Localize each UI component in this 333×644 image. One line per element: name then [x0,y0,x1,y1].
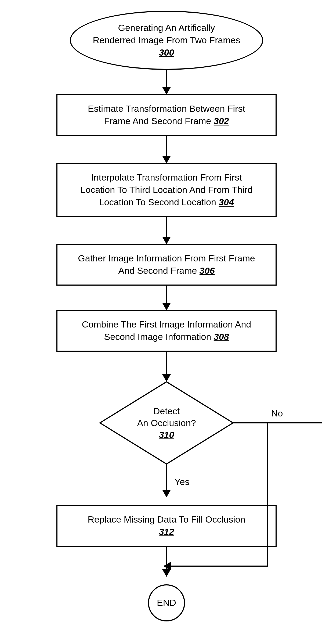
edge-310-no-label: No [271,408,283,419]
process-312-ref: 312 [66,526,267,538]
process-306-ref: 306 [200,265,215,276]
edge-310-no-horizontal [233,422,322,423]
process-308-line2: Second Image Information 308 [66,331,267,343]
process-306-line2-text: And Second Frame [118,265,199,276]
process-304-line3: Location To Second Location 304 [66,196,267,208]
edge-310-yes-wrap: Yes [46,465,287,505]
process-312-line1: Replace Missing Data To Fill Occlusion [66,513,267,526]
process-308-line2-text: Second Image Information [104,332,214,342]
edge-310-no-vertical-mid [267,505,268,547]
edge-310-yes-label: Yes [175,477,189,487]
arrow-300-302 [166,70,167,94]
decision-310-ref: 310 [159,429,174,441]
edge-310-no-arrowhead [163,562,171,570]
arrow-304-306 [166,217,167,244]
process-node-308: Combine The First Image Information And … [56,310,277,352]
process-node-304: Interpolate Transformation From First Lo… [56,163,277,217]
arrow-302-304 [166,136,167,163]
arrow-308-310 [166,352,167,381]
process-306-line2: And Second Frame 306 [66,265,267,277]
process-304-line2: Location To Third Location And From Thir… [66,184,267,196]
process-node-306: Gather Image Information From First Fram… [56,244,277,286]
edge-310-no-horizontal-return [170,566,268,567]
edge-310-no-vertical-upper [267,423,268,505]
end-text: END [157,598,176,608]
edge-310-no-vertical-lower [267,546,268,566]
process-308-line1: Combine The First Image Information And [66,318,267,331]
end-node: END [148,584,185,621]
process-304-line1: Interpolate Transformation From First [66,171,267,184]
process-node-302: Estimate Transformation Between First Fr… [56,94,277,136]
arrow-312-end [166,547,167,576]
process-302-line2: Frame And Second Frame 302 [66,115,267,127]
process-308-ref: 308 [214,332,229,342]
start-text-line2: Renderred Image From Two Frames [93,34,240,46]
merge-312-no [46,547,287,584]
arrow-310-312 [166,465,167,497]
arrow-306-308 [166,286,167,310]
process-302-line1: Estimate Transformation Between First [66,103,267,115]
decision-310-line1: Detect [153,405,180,417]
process-304-ref: 304 [219,197,234,207]
process-node-312: Replace Missing Data To Fill Occlusion 3… [56,505,277,547]
start-text-line1: Generating An Artifically [118,22,215,34]
start-node-300: Generating An Artifically Renderred Imag… [70,11,263,70]
decision-310-line2: An Occlusion? [137,417,196,429]
process-306-line1: Gather Image Information From First Fram… [66,252,267,265]
flowchart: Generating An Artifically Renderred Imag… [46,11,287,621]
decision-text-wrap: Detect An Occlusion? 310 [99,381,234,465]
process-302-line2-text: Frame And Second Frame [104,116,214,126]
process-302-ref: 302 [214,116,229,126]
decision-node-310: Detect An Occlusion? 310 No [99,381,234,465]
process-304-line3-text: Location To Second Location [99,197,219,207]
start-ref: 300 [159,46,174,59]
